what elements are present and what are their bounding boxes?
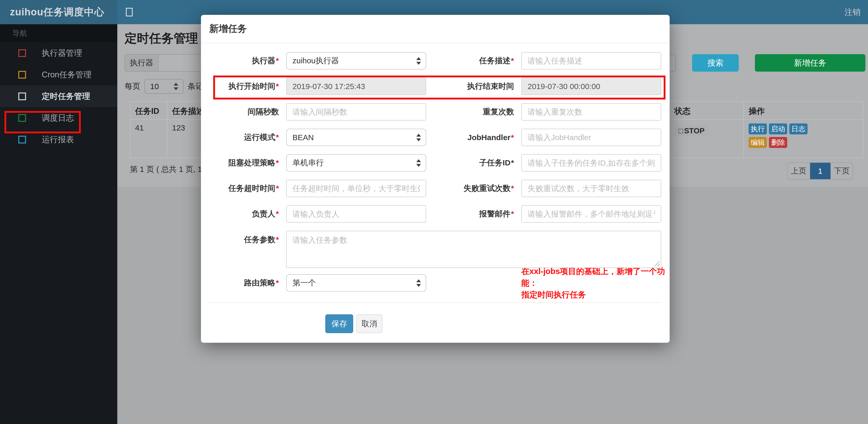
sidebar: 导航 执行器管理Cron任务管理定时任务管理调度日志运行报表 bbox=[0, 24, 117, 424]
sidebar-item-cron-job-management[interactable]: Cron任务管理 bbox=[0, 64, 117, 86]
field-label-start-time: 执行开始时间* bbox=[216, 81, 286, 92]
form-row-start-time: 执行开始时间*执行结束时间 bbox=[216, 77, 670, 95]
field-interval-seconds-input[interactable] bbox=[286, 103, 426, 121]
add-job-modal: 新增任务 执行器*zuihou执行器任务描述*执行开始时间*执行结束时间间隔秒数… bbox=[201, 15, 670, 343]
field-job-desc-input[interactable] bbox=[521, 52, 661, 69]
field-repeat-count-input[interactable] bbox=[521, 103, 661, 121]
field-label-interval-seconds: 间隔秒数 bbox=[216, 106, 286, 117]
required-asterisk: * bbox=[276, 158, 279, 167]
executor-filter-label: 执行器 bbox=[125, 54, 158, 72]
brand-area: zuihou任务调度中心 bbox=[0, 0, 117, 24]
required-asterisk: * bbox=[276, 133, 279, 141]
field-label-alarm-email: 报警邮件* bbox=[426, 208, 521, 219]
pagination-current[interactable]: 1 bbox=[810, 163, 831, 179]
log-button[interactable]: 日志 bbox=[789, 124, 808, 134]
form-row-block-strategy: 阻塞处理策略*单机串行子任务ID* bbox=[216, 154, 670, 172]
form-row-author: 负责人*报警邮件* bbox=[216, 205, 670, 223]
sidebar-item-label: 运行报表 bbox=[42, 134, 74, 145]
sidebar-item-label: 调度日志 bbox=[42, 112, 74, 124]
select-arrows-icon bbox=[416, 134, 421, 141]
sidebar-item-label: 执行器管理 bbox=[42, 48, 82, 59]
field-glue-type-select[interactable]: BEAN bbox=[286, 129, 426, 146]
green-square-icon bbox=[18, 114, 26, 122]
form-row-route-strategy: 路由策略*第一个在xxl-jobs项目的基础上，新增了一个功能：指定时间执行任务 bbox=[216, 274, 670, 292]
field-start-time-input[interactable] bbox=[286, 77, 426, 95]
field-label-route-strategy: 路由策略* bbox=[216, 278, 286, 288]
edit-button[interactable]: 编辑 bbox=[749, 137, 767, 148]
status-label: STOP bbox=[684, 127, 705, 135]
field-executor-select[interactable]: zuihou执行器 bbox=[286, 52, 426, 69]
sidebar-item-executor-management[interactable]: 执行器管理 bbox=[0, 42, 117, 64]
field-label-timeout: 任务超时时间* bbox=[216, 183, 286, 194]
field-block-strategy-select[interactable]: 单机串行 bbox=[286, 154, 426, 172]
start-button[interactable]: 启动 bbox=[769, 124, 787, 134]
field-label-executor: 执行器* bbox=[216, 56, 286, 66]
select-arrows-icon bbox=[416, 159, 421, 167]
modal-title: 新增任务 bbox=[209, 23, 247, 35]
field-label-block-strategy: 阻塞处理策略* bbox=[216, 158, 286, 168]
form-row-job-params: 任务参数* bbox=[216, 231, 670, 269]
field-timeout-input[interactable] bbox=[286, 180, 426, 197]
field-job-params-textarea[interactable] bbox=[286, 231, 661, 268]
header-job-id: 任务ID bbox=[130, 102, 167, 119]
field-label-child-job-id: 子任务ID* bbox=[426, 158, 521, 168]
required-asterisk: * bbox=[276, 279, 279, 287]
field-label-job-params: 任务参数* bbox=[216, 231, 286, 245]
field-label-retry-count: 失败重试次数* bbox=[426, 183, 521, 194]
row-action-buttons: 执行启动日志编辑删除 bbox=[749, 124, 811, 148]
required-asterisk: * bbox=[276, 82, 279, 90]
modal-header: 新增任务 bbox=[201, 15, 670, 43]
pagination-prev[interactable]: 上页 bbox=[788, 163, 810, 179]
required-asterisk: * bbox=[276, 209, 279, 218]
sidebar-item-schedule-log[interactable]: 调度日志 bbox=[0, 107, 117, 129]
sidebar-menu: 执行器管理Cron任务管理定时任务管理调度日志运行报表 bbox=[0, 42, 117, 150]
form-row-interval-seconds: 间隔秒数重复次数 bbox=[216, 103, 670, 121]
feature-note-text: 在xxl-jobs项目的基础上，新增了一个功能：指定时间执行任务 bbox=[521, 265, 670, 300]
sidebar-nav-label: 导航 bbox=[0, 24, 117, 42]
field-label-end-time: 执行结束时间 bbox=[426, 81, 521, 92]
header-actions: 操作 bbox=[743, 102, 863, 119]
save-button[interactable]: 保存 bbox=[325, 314, 353, 333]
delete-button[interactable]: 删除 bbox=[769, 137, 787, 148]
field-job-handler-input[interactable] bbox=[521, 129, 661, 146]
pagination-next[interactable]: 下页 bbox=[831, 163, 853, 179]
required-asterisk: * bbox=[511, 133, 514, 142]
field-label-job-handler: JobHandler* bbox=[426, 133, 521, 142]
field-author-input[interactable] bbox=[286, 205, 426, 223]
white-square-icon bbox=[18, 93, 26, 100]
per-page-select[interactable]: 10 bbox=[145, 79, 184, 94]
field-retry-count-input[interactable] bbox=[521, 180, 661, 197]
per-page-value: 10 bbox=[150, 82, 159, 91]
cancel-button[interactable]: 取消 bbox=[356, 314, 382, 333]
sidebar-item-timed-job-management[interactable]: 定时任务管理 bbox=[0, 86, 117, 107]
cell-job-id: 41 bbox=[130, 120, 167, 158]
status-badge: □STOP bbox=[674, 125, 709, 137]
form-row-glue-type: 运行模式*BEANJobHandler* bbox=[216, 129, 670, 146]
red-square-icon bbox=[18, 49, 26, 57]
required-asterisk: * bbox=[511, 184, 514, 192]
field-end-time-input[interactable] bbox=[521, 77, 661, 95]
field-route-strategy-select[interactable]: 第一个 bbox=[286, 274, 426, 292]
add-job-button[interactable]: 新增任务 bbox=[755, 54, 865, 72]
pagination: 上页 1 下页 bbox=[787, 162, 853, 180]
run-button[interactable]: 执行 bbox=[749, 124, 767, 134]
sidebar-item-label: 定时任务管理 bbox=[42, 91, 90, 102]
app-root: zuihou任务调度中心 注销 导航 执行器管理Cron任务管理定时任务管理调度… bbox=[0, 0, 868, 424]
modal-footer: 保存 取消 bbox=[201, 303, 670, 333]
menu-toggle-icon[interactable] bbox=[126, 8, 133, 17]
field-label-job-desc: 任务描述* bbox=[426, 56, 521, 66]
form-row-executor: 执行器*zuihou执行器任务描述* bbox=[216, 52, 670, 69]
required-asterisk: * bbox=[276, 235, 279, 244]
field-alarm-email-input[interactable] bbox=[521, 205, 661, 223]
sidebar-item-run-report[interactable]: 运行报表 bbox=[0, 129, 117, 150]
field-label-glue-type: 运行模式* bbox=[216, 132, 286, 143]
field-child-job-id-input[interactable] bbox=[521, 154, 661, 172]
logout-link[interactable]: 注销 bbox=[844, 0, 861, 24]
status-square-icon: □ bbox=[679, 127, 683, 135]
orange-square-icon bbox=[18, 71, 26, 79]
per-page-prefix: 每页 bbox=[125, 81, 140, 92]
search-button[interactable]: 搜索 bbox=[692, 54, 739, 72]
required-asterisk: * bbox=[276, 56, 279, 65]
select-arrows-icon bbox=[174, 83, 178, 90]
required-asterisk: * bbox=[511, 158, 514, 167]
